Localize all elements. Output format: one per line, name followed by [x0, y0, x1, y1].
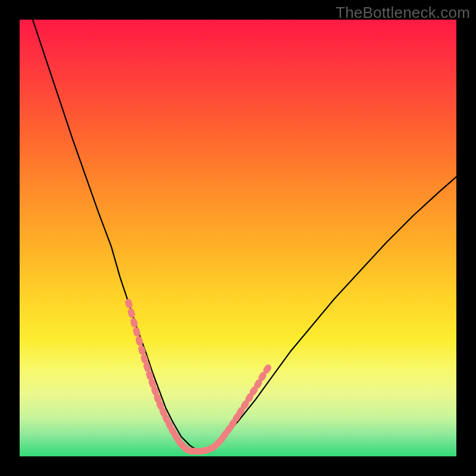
marker-cluster — [124, 298, 273, 455]
data-point-marker — [127, 308, 136, 318]
outer-frame: TheBottleneck.com — [0, 0, 476, 476]
bottleneck-curve-path — [33, 20, 456, 451]
bottleneck-curve — [33, 20, 456, 451]
watermark-text: TheBottleneck.com — [336, 4, 470, 22]
chart-overlay — [20, 20, 456, 456]
data-point-marker — [124, 298, 133, 309]
data-point-marker — [137, 345, 146, 355]
